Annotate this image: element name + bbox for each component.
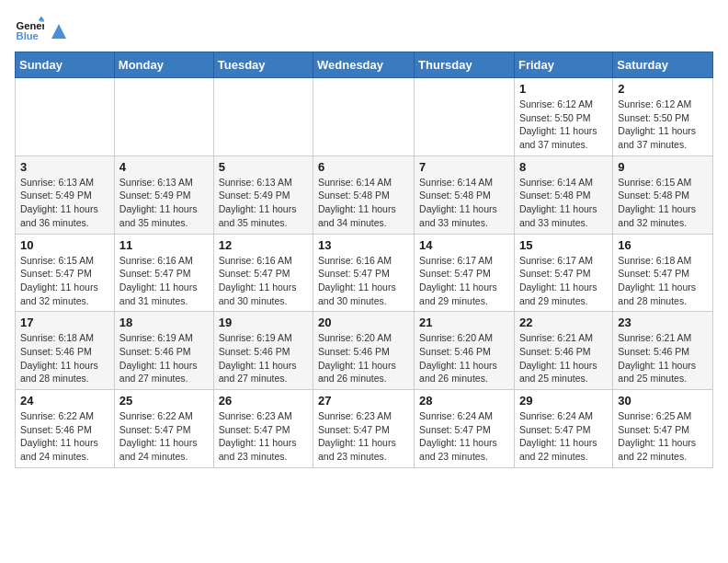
weekday-header-friday: Friday — [514, 52, 612, 78]
day-info: Sunrise: 6:19 AM Sunset: 5:46 PM Dayligh… — [219, 331, 308, 385]
day-info: Sunrise: 6:18 AM Sunset: 5:47 PM Dayligh… — [618, 254, 708, 308]
day-number: 27 — [318, 394, 409, 408]
day-number: 14 — [419, 238, 509, 252]
day-info: Sunrise: 6:16 AM Sunset: 5:47 PM Dayligh… — [119, 254, 209, 308]
weekday-header-saturday: Saturday — [613, 52, 713, 78]
calendar-cell: 21Sunrise: 6:20 AM Sunset: 5:46 PM Dayli… — [415, 312, 515, 390]
day-number: 23 — [618, 316, 708, 329]
logo: General Blue — [15, 15, 68, 44]
calendar-cell: 27Sunrise: 6:23 AM Sunset: 5:47 PM Dayli… — [313, 390, 415, 468]
day-info: Sunrise: 6:23 AM Sunset: 5:47 PM Dayligh… — [318, 409, 409, 464]
weekday-header-tuesday: Tuesday — [213, 52, 313, 78]
calendar-cell — [415, 78, 515, 156]
day-info: Sunrise: 6:18 AM Sunset: 5:46 PM Dayligh… — [20, 331, 109, 385]
weekday-header-wednesday: Wednesday — [313, 52, 415, 78]
day-number: 16 — [618, 238, 708, 252]
calendar-cell: 29Sunrise: 6:24 AM Sunset: 5:47 PM Dayli… — [514, 390, 612, 468]
day-number: 25 — [119, 394, 209, 408]
day-info: Sunrise: 6:13 AM Sunset: 5:49 PM Dayligh… — [20, 176, 109, 230]
day-number: 4 — [119, 160, 209, 174]
calendar-cell: 30Sunrise: 6:25 AM Sunset: 5:47 PM Dayli… — [613, 390, 713, 468]
calendar-week-row: 17Sunrise: 6:18 AM Sunset: 5:46 PM Dayli… — [16, 312, 713, 390]
day-info: Sunrise: 6:15 AM Sunset: 5:47 PM Dayligh… — [20, 254, 109, 308]
day-info: Sunrise: 6:24 AM Sunset: 5:47 PM Dayligh… — [419, 409, 509, 464]
day-number: 8 — [519, 160, 608, 174]
page-header: General Blue — [15, 15, 713, 44]
calendar-cell: 28Sunrise: 6:24 AM Sunset: 5:47 PM Dayli… — [415, 390, 515, 468]
calendar-week-row: 24Sunrise: 6:22 AM Sunset: 5:46 PM Dayli… — [16, 390, 713, 468]
calendar-cell: 2Sunrise: 6:12 AM Sunset: 5:50 PM Daylig… — [613, 78, 713, 156]
day-number: 18 — [119, 316, 209, 329]
calendar-cell: 19Sunrise: 6:19 AM Sunset: 5:46 PM Dayli… — [213, 312, 313, 390]
day-info: Sunrise: 6:20 AM Sunset: 5:46 PM Dayligh… — [419, 331, 509, 385]
calendar-cell: 14Sunrise: 6:17 AM Sunset: 5:47 PM Dayli… — [415, 234, 515, 312]
day-number: 21 — [419, 316, 509, 329]
calendar-cell: 26Sunrise: 6:23 AM Sunset: 5:47 PM Dayli… — [213, 390, 313, 468]
calendar-cell: 20Sunrise: 6:20 AM Sunset: 5:46 PM Dayli… — [313, 312, 415, 390]
calendar-cell: 1Sunrise: 6:12 AM Sunset: 5:50 PM Daylig… — [514, 78, 612, 156]
calendar-cell: 8Sunrise: 6:14 AM Sunset: 5:48 PM Daylig… — [514, 155, 612, 234]
day-number: 11 — [119, 238, 209, 252]
calendar-cell: 15Sunrise: 6:17 AM Sunset: 5:47 PM Dayli… — [514, 234, 612, 312]
day-info: Sunrise: 6:21 AM Sunset: 5:46 PM Dayligh… — [519, 331, 608, 385]
calendar-week-row: 10Sunrise: 6:15 AM Sunset: 5:47 PM Dayli… — [16, 234, 713, 312]
day-number: 9 — [618, 160, 708, 174]
calendar-header-row: SundayMondayTuesdayWednesdayThursdayFrid… — [16, 52, 713, 78]
day-number: 5 — [219, 160, 308, 174]
day-number: 2 — [618, 82, 708, 96]
day-number: 30 — [618, 394, 708, 408]
calendar-cell: 9Sunrise: 6:15 AM Sunset: 5:48 PM Daylig… — [613, 155, 713, 234]
day-info: Sunrise: 6:20 AM Sunset: 5:46 PM Dayligh… — [318, 331, 409, 385]
day-info: Sunrise: 6:14 AM Sunset: 5:48 PM Dayligh… — [519, 176, 608, 230]
day-info: Sunrise: 6:21 AM Sunset: 5:46 PM Dayligh… — [618, 331, 708, 385]
calendar-cell — [114, 78, 213, 156]
day-number: 15 — [519, 238, 608, 252]
day-number: 19 — [219, 316, 308, 329]
calendar-cell — [213, 78, 313, 156]
day-number: 28 — [419, 394, 509, 408]
svg-marker-4 — [51, 24, 66, 39]
day-info: Sunrise: 6:12 AM Sunset: 5:50 PM Dayligh… — [618, 98, 708, 152]
calendar-cell: 18Sunrise: 6:19 AM Sunset: 5:46 PM Dayli… — [114, 312, 213, 390]
day-number: 17 — [20, 316, 109, 329]
calendar-cell: 23Sunrise: 6:21 AM Sunset: 5:46 PM Dayli… — [613, 312, 713, 390]
day-number: 26 — [219, 394, 308, 408]
day-info: Sunrise: 6:13 AM Sunset: 5:49 PM Dayligh… — [219, 176, 308, 230]
calendar-cell: 11Sunrise: 6:16 AM Sunset: 5:47 PM Dayli… — [114, 234, 213, 312]
calendar-cell: 3Sunrise: 6:13 AM Sunset: 5:49 PM Daylig… — [16, 155, 115, 234]
calendar-cell: 16Sunrise: 6:18 AM Sunset: 5:47 PM Dayli… — [613, 234, 713, 312]
calendar-cell: 10Sunrise: 6:15 AM Sunset: 5:47 PM Dayli… — [16, 234, 115, 312]
logo-triangle-icon — [50, 22, 68, 40]
calendar-week-row: 1Sunrise: 6:12 AM Sunset: 5:50 PM Daylig… — [16, 78, 713, 156]
day-info: Sunrise: 6:16 AM Sunset: 5:47 PM Dayligh… — [318, 254, 409, 308]
calendar-cell: 12Sunrise: 6:16 AM Sunset: 5:47 PM Dayli… — [213, 234, 313, 312]
day-number: 22 — [519, 316, 608, 329]
day-number: 3 — [20, 160, 109, 174]
calendar-cell: 7Sunrise: 6:14 AM Sunset: 5:48 PM Daylig… — [415, 155, 515, 234]
calendar-cell: 13Sunrise: 6:16 AM Sunset: 5:47 PM Dayli… — [313, 234, 415, 312]
day-number: 6 — [318, 160, 409, 174]
day-number: 7 — [419, 160, 509, 174]
calendar-cell: 5Sunrise: 6:13 AM Sunset: 5:49 PM Daylig… — [213, 155, 313, 234]
calendar-cell: 22Sunrise: 6:21 AM Sunset: 5:46 PM Dayli… — [514, 312, 612, 390]
logo-icon: General Blue — [15, 15, 44, 44]
day-info: Sunrise: 6:14 AM Sunset: 5:48 PM Dayligh… — [318, 176, 409, 230]
calendar-cell: 4Sunrise: 6:13 AM Sunset: 5:49 PM Daylig… — [114, 155, 213, 234]
weekday-header-thursday: Thursday — [415, 52, 515, 78]
calendar-table: SundayMondayTuesdayWednesdayThursdayFrid… — [15, 52, 713, 468]
day-number: 12 — [219, 238, 308, 252]
day-info: Sunrise: 6:24 AM Sunset: 5:47 PM Dayligh… — [519, 409, 608, 464]
calendar-cell: 6Sunrise: 6:14 AM Sunset: 5:48 PM Daylig… — [313, 155, 415, 234]
day-number: 24 — [20, 394, 109, 408]
day-info: Sunrise: 6:14 AM Sunset: 5:48 PM Dayligh… — [419, 176, 509, 230]
calendar-week-row: 3Sunrise: 6:13 AM Sunset: 5:49 PM Daylig… — [16, 155, 713, 234]
day-info: Sunrise: 6:19 AM Sunset: 5:46 PM Dayligh… — [119, 331, 209, 385]
day-info: Sunrise: 6:22 AM Sunset: 5:47 PM Dayligh… — [119, 409, 209, 464]
day-number: 29 — [519, 394, 608, 408]
day-info: Sunrise: 6:15 AM Sunset: 5:48 PM Dayligh… — [618, 176, 708, 230]
day-info: Sunrise: 6:16 AM Sunset: 5:47 PM Dayligh… — [219, 254, 308, 308]
day-info: Sunrise: 6:25 AM Sunset: 5:47 PM Dayligh… — [618, 409, 708, 464]
weekday-header-monday: Monday — [114, 52, 213, 78]
calendar-cell — [16, 78, 115, 156]
day-info: Sunrise: 6:13 AM Sunset: 5:49 PM Dayligh… — [119, 176, 209, 230]
